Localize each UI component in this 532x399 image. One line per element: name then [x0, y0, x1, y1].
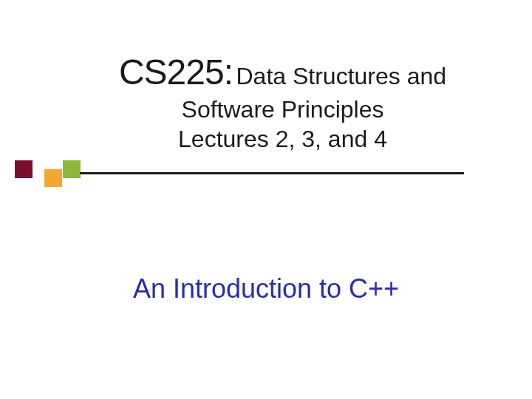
lecture-numbers: Lectures 2, 3, and 4	[63, 124, 502, 154]
course-name-line1: Data Structures and	[236, 63, 446, 89]
course-code: CS225:	[119, 52, 233, 92]
slide-subtitle: An Introduction to C++	[0, 273, 532, 304]
accent-square-maroon	[15, 160, 33, 178]
accent-square-gold	[44, 169, 62, 187]
slide-title: CS225: Data Structures and Software Prin…	[63, 50, 502, 154]
horizontal-rule	[80, 172, 464, 174]
course-name-line2: Software Principles	[182, 96, 384, 123]
accent-square-green	[63, 160, 81, 178]
